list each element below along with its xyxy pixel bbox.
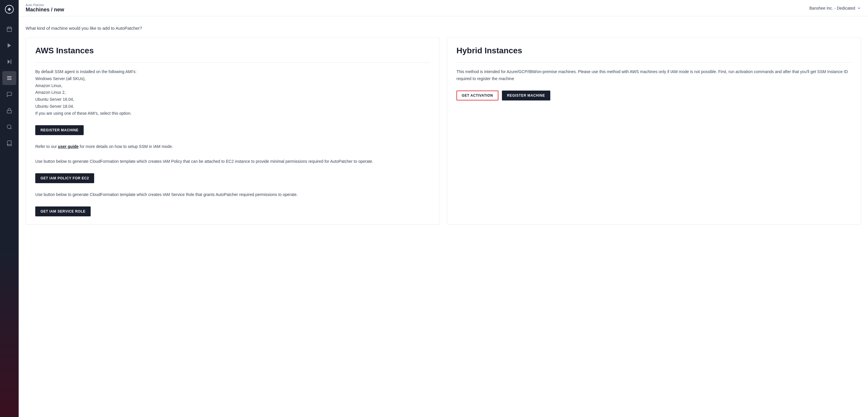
sidebar-item-security[interactable]: [2, 104, 16, 118]
content-area: What kind of machine would you like to a…: [19, 16, 868, 417]
page-question: What kind of machine would you like to a…: [26, 26, 861, 31]
iam-policy-button[interactable]: GET IAM POLICY FOR EC2: [35, 173, 94, 183]
sidebar-item-run[interactable]: [2, 38, 16, 53]
register-machine-section: REGISTER MACHINE: [35, 125, 430, 135]
topbar-title-group: Auto Patcher Machines / new: [26, 3, 64, 13]
main-content: Auto Patcher Machines / new Banshee Inc.…: [19, 0, 868, 417]
user-guide-text: Refer to our user guide for more details…: [35, 143, 430, 150]
topbar: Auto Patcher Machines / new Banshee Inc.…: [19, 0, 868, 16]
aws-card-title: AWS Instances: [35, 46, 430, 55]
iam-role-button-section: GET IAM SERVICE ROLE: [35, 206, 430, 216]
hybrid-buttons: GET ACTIVATION REGISTER MACHINE: [457, 91, 851, 101]
svg-marker-5: [7, 43, 11, 48]
sidebar-item-docs[interactable]: [2, 136, 16, 150]
register-machine-button[interactable]: REGISTER MACHINE: [35, 125, 84, 135]
iam-policy-text: Use button below to generate CloudFormat…: [35, 158, 430, 165]
sidebar: [0, 0, 19, 417]
logo[interactable]: [5, 5, 14, 15]
hybrid-register-machine-button[interactable]: REGISTER MACHINE: [502, 91, 550, 101]
page-title: Machines / new: [26, 7, 64, 13]
svg-line-13: [10, 128, 12, 129]
svg-rect-1: [7, 27, 12, 31]
hybrid-divider: [457, 62, 851, 63]
account-name: Banshee Inc. - Dedicated: [809, 6, 855, 10]
get-activation-button[interactable]: GET ACTIVATION: [457, 91, 498, 101]
user-guide-link[interactable]: user guide: [58, 144, 79, 149]
sidebar-item-messages[interactable]: [2, 88, 16, 101]
iam-policy-button-section: GET IAM POLICY FOR EC2: [35, 173, 430, 183]
hybrid-card: Hybrid Instances This method is intended…: [447, 38, 861, 225]
svg-point-12: [7, 125, 11, 129]
account-selector[interactable]: Banshee Inc. - Dedicated: [809, 6, 861, 10]
sidebar-item-skip[interactable]: [2, 55, 16, 69]
hybrid-card-title: Hybrid Instances: [457, 46, 851, 55]
svg-rect-11: [7, 110, 12, 113]
svg-rect-7: [10, 60, 11, 64]
aws-divider: [35, 62, 430, 63]
app-name: Auto Patcher: [26, 3, 64, 7]
iam-role-text: Use button below to generate CloudFormat…: [35, 191, 430, 198]
cards-container: AWS Instances By default SSM agent is in…: [26, 38, 861, 225]
iam-role-button[interactable]: GET IAM SERVICE ROLE: [35, 206, 91, 216]
chevron-down-icon: [857, 6, 861, 10]
sidebar-item-search[interactable]: [2, 120, 16, 134]
sidebar-item-machines[interactable]: [2, 71, 16, 85]
aws-card: AWS Instances By default SSM agent is in…: [26, 38, 440, 225]
svg-marker-6: [7, 60, 10, 64]
sidebar-item-schedule[interactable]: [2, 22, 16, 36]
hybrid-description: This method is intended for Azure/GCP/IB…: [457, 68, 851, 82]
aws-amis-text: By default SSM agent is installed on the…: [35, 68, 430, 117]
